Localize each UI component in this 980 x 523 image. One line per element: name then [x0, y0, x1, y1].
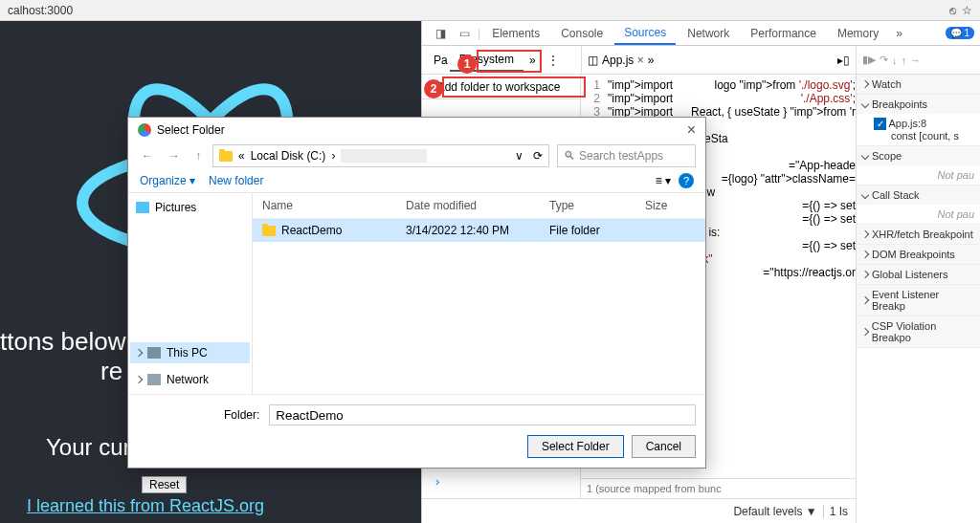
tab-memory[interactable]: Memory [828, 23, 888, 44]
console-filter-bar: Default levels ▼ 1 Is [422, 498, 856, 523]
annotation-marker-2: 2 [424, 79, 443, 98]
annotation-box-2 [442, 76, 586, 98]
breakpoints-header[interactable]: Breakpoints [857, 95, 980, 114]
favorite-icon[interactable]: ☆ [962, 4, 972, 17]
messages-badge[interactable]: 💬 1 [946, 27, 974, 39]
annotation-marker-1: 1 [457, 54, 477, 74]
editor-dock-icon[interactable]: ▸▯ [837, 54, 850, 67]
folder-icon [262, 226, 276, 236]
organize-button[interactable]: Organize ▾ [140, 174, 195, 187]
select-folder-button[interactable]: Select Folder [527, 435, 624, 458]
dialog-toolbar: Organize ▾ New folder ≡ ▾ ? [128, 170, 705, 193]
breakpoint-item[interactable]: ✓ App.js:8 const [count, s [857, 114, 980, 145]
browser-address-bar: calhost:3000 ⎋ ☆ [0, 0, 980, 21]
learn-link[interactable]: I learned this from ReactJS.org [27, 496, 264, 516]
folder-name-input[interactable] [269, 404, 696, 425]
chevron-right-icon [135, 349, 143, 357]
tab-console[interactable]: Console [551, 23, 612, 44]
tab-network[interactable]: Network [678, 23, 739, 44]
network-icon [147, 374, 161, 385]
callstack-not-paused: Not pau [857, 205, 980, 224]
step-icon[interactable]: → [910, 54, 921, 66]
breakpoint-checkbox[interactable]: ✓ [874, 118, 886, 130]
debugger-toolbar: ▮▶ ↷ ↓ ↑ → [857, 46, 980, 75]
dialog-sidebar: Pictures This PC Network [128, 193, 253, 394]
path-breadcrumb[interactable]: « Local Disk (C:) › ∨ ⟳ [212, 144, 549, 167]
chrome-icon [138, 123, 151, 137]
app-text-2: Your curr [46, 434, 139, 461]
event-header[interactable]: Event Listener Breakp [857, 285, 980, 316]
sidebar-pictures[interactable]: Pictures [130, 197, 250, 218]
close-tab-icon[interactable]: × [637, 54, 644, 67]
inspect-icon[interactable]: ◨ [430, 24, 452, 43]
search-input[interactable]: 🔍︎ Search testApps [557, 144, 696, 167]
pause-icon[interactable]: ▮▶ [862, 54, 876, 66]
new-folder-button[interactable]: New folder [209, 174, 263, 187]
file-nav-icon[interactable]: ◫ [588, 54, 598, 67]
scope-not-paused: Not pau [857, 165, 980, 185]
refresh-icon[interactable]: ⟳ [533, 149, 543, 163]
nav-forward-icon[interactable]: → [165, 147, 184, 164]
dialog-footer: Folder: Select Folder Cancel [128, 394, 705, 468]
pictures-icon [136, 202, 149, 213]
chevron-indicator[interactable]: › [435, 474, 439, 489]
levels-dropdown[interactable]: Default levels ▼ [733, 505, 816, 518]
view-mode-icon[interactable]: ≡ ▾ [656, 174, 671, 187]
close-icon[interactable]: × [687, 121, 696, 139]
tab-performance[interactable]: Performance [741, 23, 826, 44]
callstack-header[interactable]: Call Stack [857, 185, 980, 205]
select-folder-dialog: Select Folder × ← → ↑ « Local Disk (C:) … [127, 117, 706, 469]
path-dropdown-icon[interactable]: ∨ [515, 149, 523, 163]
sources-menu-icon[interactable]: ⋮ [542, 50, 565, 71]
step-over-icon[interactable]: ↷ [880, 54, 888, 66]
editor-more-icon[interactable]: » [648, 54, 655, 67]
chevron-right-icon [135, 376, 143, 383]
source-map-info: 1 (source mapped from bunc [581, 478, 856, 498]
devtools-tab-bar: ◨ ▭ | Elements Console Sources Network P… [422, 21, 980, 46]
nav-up-icon[interactable]: ↑ [191, 147, 205, 164]
sources-tab-page-partial[interactable]: Pa [432, 50, 450, 71]
file-list: Name Date modified Type Size ReactDemo 3… [253, 193, 705, 394]
watch-header[interactable]: Watch [857, 75, 980, 94]
scope-header[interactable]: Scope [857, 146, 980, 165]
editor-tab-appjs[interactable]: App.js × [602, 54, 644, 67]
dialog-titlebar: Select Folder × [128, 118, 705, 142]
folder-icon [219, 151, 233, 162]
folder-label: Folder: [138, 408, 259, 422]
dialog-nav-bar: ← → ↑ « Local Disk (C:) › ∨ ⟳ 🔍︎ Search … [128, 142, 705, 170]
url-text[interactable]: calhost:3000 [8, 4, 73, 17]
dialog-title-text: Select Folder [157, 123, 225, 137]
file-row-reactdemo[interactable]: ReactDemo 3/14/2022 12:40 PM File folder [253, 219, 705, 242]
global-header[interactable]: Global Listeners [857, 265, 980, 284]
step-out-icon[interactable]: ↑ [902, 54, 907, 66]
issues-count[interactable]: 1 Is [823, 505, 848, 518]
share-icon[interactable]: ⎋ [949, 4, 956, 17]
search-icon: 🔍︎ [564, 149, 575, 163]
tab-elements[interactable]: Elements [482, 23, 549, 44]
column-headers[interactable]: Name Date modified Type Size [253, 193, 705, 219]
step-into-icon[interactable]: ↓ [892, 54, 898, 66]
tab-sources[interactable]: Sources [614, 22, 676, 45]
sidebar-this-pc[interactable]: This PC [130, 342, 250, 363]
device-icon[interactable]: ▭ [454, 24, 476, 43]
reset-button[interactable]: Reset [142, 476, 187, 493]
more-tabs-icon[interactable]: » [890, 24, 908, 43]
dom-header[interactable]: DOM Breakpoints [857, 245, 980, 264]
xhr-header[interactable]: XHR/fetch Breakpoint [857, 225, 980, 244]
sidebar-network[interactable]: Network [130, 369, 250, 390]
help-icon[interactable]: ? [679, 173, 694, 188]
cancel-button[interactable]: Cancel [632, 435, 696, 458]
pc-icon [147, 347, 161, 359]
nav-back-icon[interactable]: ← [138, 147, 157, 164]
annotation-box-1 [477, 50, 542, 73]
csp-header[interactable]: CSP Violation Breakpo [857, 316, 980, 347]
debugger-panel: ▮▶ ↷ ↓ ↑ → Watch Breakpoints ✓ App.js:8 … [856, 46, 980, 523]
